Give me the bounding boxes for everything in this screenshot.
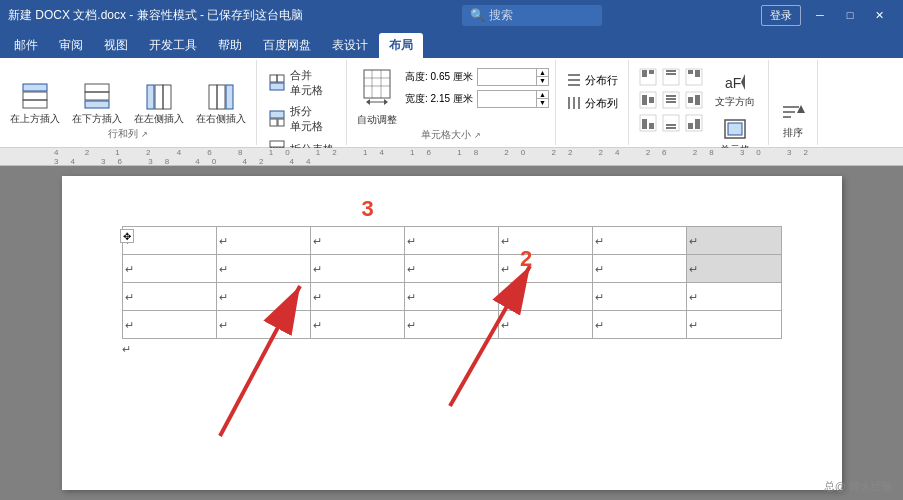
height-up[interactable]: ▲	[537, 69, 548, 77]
svg-rect-56	[649, 123, 654, 129]
insert-above-label: 在上方插入	[10, 113, 60, 125]
table-cell[interactable]: ↵	[216, 227, 310, 255]
align-row-middle	[637, 89, 705, 111]
insert-above-button[interactable]: 在上方插入	[6, 79, 64, 127]
svg-rect-50	[666, 101, 676, 103]
table-cell[interactable]: ↵	[310, 283, 404, 311]
tab-developer[interactable]: 开发工具	[139, 33, 207, 58]
svg-rect-11	[226, 85, 233, 109]
tab-table-design[interactable]: 表设计	[322, 33, 378, 58]
table-cell[interactable]: ↵	[216, 255, 310, 283]
insert-below-button[interactable]: 在下方插入	[68, 79, 126, 127]
tab-review[interactable]: 审阅	[49, 33, 93, 58]
width-input[interactable]: ▲ ▼	[477, 90, 549, 108]
table-cell[interactable]: ↵	[687, 311, 781, 339]
table-move-handle[interactable]: ✥	[120, 229, 134, 243]
table-cell[interactable]: ↵	[310, 311, 404, 339]
align-mid-left[interactable]	[637, 89, 659, 111]
table-cell[interactable]: ↵	[122, 227, 216, 255]
align-row-bottom	[637, 112, 705, 134]
table-cell[interactable]: ↵	[404, 255, 498, 283]
table-cell[interactable]: ↵	[122, 283, 216, 311]
insert-right-button[interactable]: 在右侧插入	[192, 79, 250, 127]
table-cell[interactable]: ↵	[593, 255, 687, 283]
svg-rect-5	[85, 101, 109, 108]
table-cell-shaded[interactable]: ↵	[687, 255, 781, 283]
table-row: ↵ ↵ ↵ ↵ ↵ ↵ ↵	[122, 283, 781, 311]
svg-rect-58	[666, 124, 676, 126]
svg-rect-21	[364, 70, 390, 98]
table-cell-shaded[interactable]: ↵	[687, 227, 781, 255]
align-top-center[interactable]	[660, 66, 682, 88]
cell-return-marker: ↵	[407, 263, 416, 275]
tab-help[interactable]: 帮助	[208, 33, 252, 58]
table-cell[interactable]: ↵	[122, 311, 216, 339]
auto-adjust-button[interactable]: 自动调整	[353, 64, 401, 128]
svg-text:aF: aF	[725, 75, 741, 91]
height-input[interactable]: ▲ ▼	[477, 68, 549, 86]
text-direction-button[interactable]: aF 文字方向	[711, 66, 759, 110]
cell-return-marker: ↵	[689, 263, 698, 275]
tab-layout[interactable]: 布局	[379, 33, 423, 58]
align-mid-center[interactable]	[660, 89, 682, 111]
table-cell[interactable]: ↵	[216, 311, 310, 339]
table-cell[interactable]: ↵	[687, 283, 781, 311]
table-cell[interactable]: ↵	[310, 255, 404, 283]
table-cell[interactable]: ↵	[310, 227, 404, 255]
table-cell[interactable]: ↵	[404, 311, 498, 339]
svg-rect-2	[23, 84, 47, 91]
align-top-left[interactable]	[637, 66, 659, 88]
width-down[interactable]: ▼	[537, 99, 548, 106]
table-cell[interactable]: ↵	[499, 311, 593, 339]
login-button[interactable]: 登录	[761, 5, 801, 26]
search-bar[interactable]: 🔍 搜索	[462, 5, 602, 26]
cell-return-marker: ↵	[689, 291, 698, 303]
table-cell[interactable]: ↵	[122, 255, 216, 283]
svg-rect-39	[666, 70, 676, 72]
close-button[interactable]: ✕	[865, 1, 895, 29]
table-cell[interactable]: ↵	[499, 227, 593, 255]
distrib-row-label: 分布行	[585, 73, 618, 88]
table-cell[interactable]: ↵	[404, 227, 498, 255]
width-spinners[interactable]: ▲ ▼	[536, 91, 548, 107]
tab-view[interactable]: 视图	[94, 33, 138, 58]
insert-left-button[interactable]: 在左侧插入	[130, 79, 188, 127]
tab-baidu[interactable]: 百度网盘	[253, 33, 321, 58]
merge-cells-button[interactable]: 合并单元格	[265, 66, 327, 100]
distrib-col-button[interactable]: 分布列	[562, 93, 622, 113]
align-bot-right[interactable]	[683, 112, 705, 134]
sort-label: 排序	[783, 127, 803, 139]
align-bot-center[interactable]	[660, 112, 682, 134]
cell-return-marker: ↵	[313, 263, 322, 275]
minimize-button[interactable]: ─	[805, 1, 835, 29]
svg-rect-53	[688, 97, 693, 103]
table-cell[interactable]: ↵	[499, 283, 593, 311]
maximize-button[interactable]: □	[835, 1, 865, 29]
table-cell[interactable]: ↵	[593, 311, 687, 339]
row-col-buttons: 在上方插入 在下方插入	[6, 62, 250, 127]
table-cell[interactable]: ↵	[593, 283, 687, 311]
tab-mail[interactable]: 邮件	[4, 33, 48, 58]
table-cell[interactable]: ↵	[593, 227, 687, 255]
split-cells-button[interactable]: 拆分单元格	[265, 102, 327, 136]
width-up[interactable]: ▲	[537, 91, 548, 99]
svg-rect-42	[695, 70, 700, 77]
table-cell[interactable]: ↵	[499, 255, 593, 283]
align-mid-right[interactable]	[683, 89, 705, 111]
align-bot-left[interactable]	[637, 112, 659, 134]
svg-rect-61	[695, 119, 700, 129]
svg-rect-18	[270, 141, 284, 147]
align-top-right[interactable]	[683, 66, 705, 88]
svg-rect-7	[163, 85, 171, 109]
group-align: aF 文字方向 单元格边距 对齐方式	[629, 60, 769, 145]
svg-rect-6	[155, 85, 163, 109]
distrib-col-icon	[566, 95, 582, 111]
table-cell[interactable]: ↵	[404, 283, 498, 311]
distrib-row-button[interactable]: 分布行	[562, 70, 622, 90]
table-cell[interactable]: ↵	[216, 283, 310, 311]
sort-button[interactable]: 排序	[775, 97, 811, 141]
height-down[interactable]: ▼	[537, 77, 548, 84]
height-spinners[interactable]: ▲ ▼	[536, 69, 548, 85]
cell-return-marker: ↵	[219, 235, 228, 247]
search-label: 搜索	[489, 7, 513, 24]
